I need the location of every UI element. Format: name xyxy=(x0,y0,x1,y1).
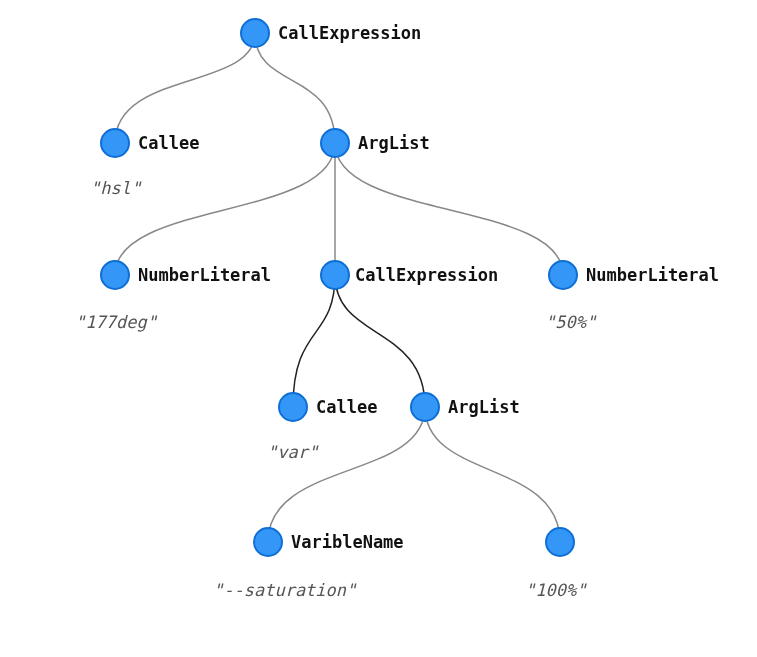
tree-node-label: VaribleName xyxy=(291,532,404,552)
tree-node-varname xyxy=(253,527,283,557)
tree-node-label: NumberLiteral xyxy=(138,265,271,285)
tree-node-value: "100%" xyxy=(525,580,586,600)
tree-node-arg2 xyxy=(410,392,440,422)
tree-node-num2 xyxy=(548,260,578,290)
tree-node-arg1 xyxy=(320,128,350,158)
tree-node-value: "var" xyxy=(267,442,318,462)
tree-node-callee2 xyxy=(278,392,308,422)
tree-node-root xyxy=(240,18,270,48)
tree-node-call2 xyxy=(320,260,350,290)
tree-node-label: NumberLiteral xyxy=(586,265,719,285)
tree-node-label: CallExpression xyxy=(278,23,421,43)
tree-node-value: "177deg" xyxy=(75,312,157,332)
tree-node-value: "--saturation" xyxy=(213,580,356,600)
tree-node-label: CallExpression xyxy=(355,265,498,285)
tree-node-callee1 xyxy=(100,128,130,158)
tree-node-pct xyxy=(545,527,575,557)
tree-node-label: ArgList xyxy=(448,397,520,417)
tree-node-num1 xyxy=(100,260,130,290)
tree-node-value: "50%" xyxy=(545,312,596,332)
tree-node-label: Callee xyxy=(316,397,377,417)
tree-node-label: ArgList xyxy=(358,133,430,153)
tree-node-value: "hsl" xyxy=(90,178,141,198)
tree-node-label: Callee xyxy=(138,133,199,153)
